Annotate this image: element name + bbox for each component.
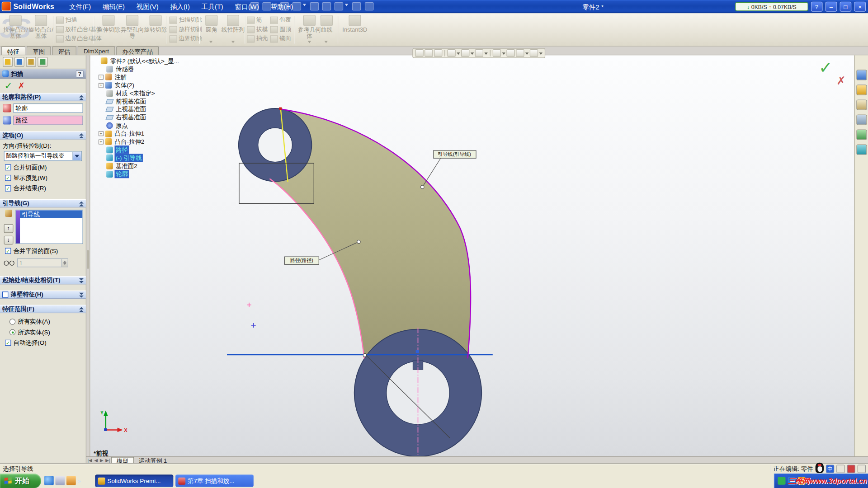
cancel-button[interactable]: ✗ [18,81,24,91]
ok-button[interactable]: ✓ [5,80,12,92]
rib-button[interactable]: 筋 [247,15,262,24]
sweep-button[interactable]: 扫描 [56,15,77,24]
thin-feature-checkbox[interactable] [2,291,8,297]
tab-office-products[interactable]: 办公室产品 [116,47,159,55]
confirmation-corner-ok-icon[interactable]: ✓ [819,57,833,77]
dome-button[interactable]: 圆顶 [270,25,292,34]
swept-cut-button[interactable]: 扫描切除 [170,15,202,24]
close-button[interactable]: × [854,2,866,12]
view-palette-icon[interactable] [856,130,867,140]
path-field[interactable]: 路径 [13,116,83,125]
file-explorer-icon[interactable] [856,99,867,110]
task-button-document[interactable]: 第7章 扫描和放... [175,475,254,487]
tree-item-solid-bodies[interactable]: +实体(2) [93,81,196,89]
model-canvas[interactable]: 引导线(引导线) 路径(路径) Y X [90,55,854,456]
tree-item-material[interactable]: 材质 <未指定> [93,89,196,98]
section-options-header[interactable]: 选项(O) [0,131,86,139]
select-caret-icon[interactable] [345,4,348,8]
endpoint-marker[interactable] [363,353,366,357]
appearances-icon[interactable] [856,145,867,155]
checkbox[interactable]: ✓ [5,164,11,170]
move-up-button[interactable]: ↑ [4,224,13,233]
undo-icon[interactable] [322,2,331,10]
tab-dimxpert[interactable]: DimXpert [77,47,115,55]
tab-evaluate[interactable]: 评估 [52,47,76,55]
caret-icon[interactable] [539,52,542,56]
show-preview-row[interactable]: ✓显示预览(W) [5,174,83,182]
previous-view-icon[interactable] [434,49,442,57]
section-startend-header[interactable]: 起始处/结束处相切(T) [0,276,86,284]
view-orientation-icon[interactable] [461,49,469,57]
zoom-fit-icon[interactable] [415,49,423,57]
extruded-boss-button[interactable]: 拉伸凸台/基体 [3,14,28,46]
dropdown-caret-icon[interactable] [72,152,80,160]
display-style-icon[interactable] [475,49,483,57]
expand-chevron-icon[interactable] [79,293,84,298]
internet-explorer-icon[interactable] [44,476,54,485]
section-profile-path-header[interactable]: 轮廓和路径(P) [0,93,86,101]
configurationmanager-tab[interactable] [26,57,36,67]
panel-splitter[interactable] [86,55,90,464]
section-view-icon[interactable] [447,49,455,57]
propertymanager-tab[interactable] [14,57,24,67]
rebuild-icon[interactable] [352,2,361,10]
tree-item-top-plane[interactable]: 上视基准面 [93,105,196,113]
new-file-icon[interactable] [262,2,271,10]
quick-launch-overflow-icon[interactable]: » [77,477,81,484]
draft-button[interactable]: 拔模 [247,25,268,34]
caret-icon[interactable] [471,52,474,56]
help-button[interactable]: ? [811,2,823,12]
select-icon[interactable] [335,2,344,10]
path-callout-anchor[interactable] [357,240,360,243]
guide-callout-anchor[interactable] [421,185,424,188]
save-icon[interactable] [292,2,302,10]
save-caret-icon[interactable] [303,4,306,8]
nav-first-icon[interactable]: |◀ [86,458,93,463]
tree-item-front-plane[interactable]: 前视基准面 [93,97,196,105]
collapse-chevron-icon[interactable] [79,307,84,312]
extruded-cut-button[interactable]: 拉伸切除 [96,14,121,46]
nav-last-icon[interactable]: ▶| [104,458,111,463]
start-button[interactable]: 开始 [0,474,41,488]
menu-view[interactable]: 视图(V) [132,0,164,14]
featuremanager-tab[interactable] [3,57,13,67]
caret-icon[interactable] [525,52,528,56]
hole-wizard-button[interactable]: 异型孔向导 [119,14,145,46]
checkbox[interactable]: ✓ [5,175,11,181]
revolved-cut-button[interactable]: 旋转切除 [143,14,168,46]
revolved-boss-button[interactable]: 旋转凸台/基体 [28,14,53,46]
minimize-button[interactable]: – [826,2,837,12]
nav-next-icon[interactable]: ▶ [99,458,104,463]
orientation-dropdown[interactable]: 随路径和第一引导线变 [4,151,82,161]
vertex-marker[interactable] [279,108,282,110]
options-icon[interactable] [364,2,373,10]
keyboard-icon[interactable] [836,465,844,473]
checkbox[interactable]: ✓ [5,340,11,346]
tree-item-sensors[interactable]: 传感器 [93,65,196,73]
spinner-buttons[interactable] [61,259,67,267]
tree-item-annotations[interactable]: +注解 [93,73,196,81]
collapse-chevron-icon[interactable] [79,95,84,100]
qq-penguin-icon[interactable] [816,463,824,473]
guide-curves-listbox[interactable]: 引导线 [15,210,83,244]
fillet-caret-icon[interactable] [209,41,212,45]
dimxpertmanager-tab[interactable] [38,57,47,67]
lofted-cut-button[interactable]: 放样切割 [170,25,202,34]
open-file-icon[interactable] [280,2,289,10]
resources-home-icon[interactable] [856,70,867,80]
tree-item-boss-extrude2[interactable]: +凸台-拉伸2 [93,138,196,146]
tree-item-path[interactable]: 路径 [93,146,196,154]
expand-icon[interactable]: + [99,83,104,88]
loft-button[interactable]: 放样凸台/基体 [56,25,102,34]
confirmation-corner-cancel-icon[interactable]: ✗ [836,74,846,87]
guide-list-item-selected[interactable]: 引导线 [20,210,82,218]
auto-select-row[interactable]: ✓自动选择(O) [5,338,83,347]
edit-appearance-icon[interactable] [506,49,514,57]
expand-chevron-icon[interactable] [79,278,84,283]
new-caret-icon[interactable] [273,4,276,8]
tree-item-right-plane[interactable]: 右视基准面 [93,113,196,122]
radio[interactable] [9,319,15,324]
caret-icon[interactable] [502,52,505,56]
collapse-chevron-icon[interactable] [79,133,84,138]
language-options-caret-icon[interactable] [858,465,866,473]
